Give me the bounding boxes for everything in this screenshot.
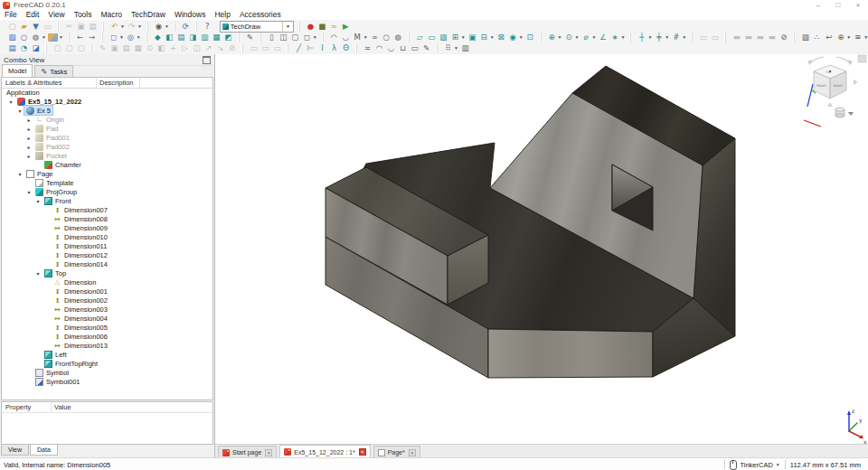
chevron-down-icon[interactable]: ▼ bbox=[119, 34, 124, 40]
tree-item-dimension001[interactable]: Dimension001 bbox=[2, 287, 212, 296]
tree-item-top[interactable]: ▾Top bbox=[2, 268, 212, 277]
navigation-style-selector[interactable]: TinkerCAD ▼ bbox=[730, 460, 779, 470]
chevron-down-icon[interactable]: ▼ bbox=[120, 24, 125, 29]
column-header-property[interactable]: Property bbox=[5, 403, 31, 411]
expand-arrow-icon[interactable]: ▸ bbox=[24, 153, 33, 159]
chevron-down-icon[interactable]: ▼ bbox=[313, 34, 317, 40]
pan-right-arrow-icon[interactable] bbox=[854, 80, 858, 85]
section-view-button[interactable]: ⊟▼ bbox=[479, 33, 495, 42]
tree-item-dimension008[interactable]: Dimension008 bbox=[2, 214, 212, 223]
copy-button[interactable]: ▣ bbox=[76, 22, 86, 32]
tree-item-application[interactable]: Application bbox=[2, 88, 212, 97]
doc-a-button[interactable]: ▭ bbox=[249, 43, 259, 53]
ext-hole-button[interactable]: #▼ bbox=[671, 33, 686, 42]
insert-template-button[interactable]: ▭ bbox=[427, 33, 437, 42]
redo-button[interactable]: ↷▼ bbox=[127, 22, 142, 32]
deco-c-button[interactable]: ◡ bbox=[386, 43, 396, 53]
scene-inspector-button[interactable]: ◍▼ bbox=[31, 33, 46, 42]
menu-techdraw[interactable]: TechDraw bbox=[127, 10, 170, 20]
refresh-button[interactable]: ⟳ bbox=[181, 22, 191, 32]
line-h-button[interactable]: ⊢ bbox=[306, 43, 316, 53]
ext-centerline-button[interactable]: ┼▼ bbox=[637, 33, 652, 42]
dim-angle-button[interactable]: ∠ bbox=[598, 33, 608, 42]
3d-model[interactable] bbox=[326, 66, 735, 378]
close-tab-icon[interactable]: × bbox=[359, 448, 366, 456]
column-divider[interactable] bbox=[139, 78, 140, 88]
navcube-menu-dropdown-icon[interactable] bbox=[848, 112, 854, 116]
tree-item-ex-5[interactable]: ▾Ex 5 bbox=[2, 106, 212, 115]
tree-item-pad001[interactable]: ▸Pad001 bbox=[2, 133, 212, 142]
draw-style-button[interactable]: ◧▼ bbox=[48, 33, 63, 42]
expand-arrow-icon[interactable]: ▾ bbox=[6, 99, 15, 105]
workbench-selector-dropdown[interactable]: TechDraw▼ bbox=[220, 21, 294, 33]
stop-macro-button[interactable]: ■ bbox=[317, 22, 327, 32]
chevron-down-icon[interactable]: ▼ bbox=[137, 34, 141, 40]
view-bottom-button[interactable]: ▦ bbox=[212, 33, 222, 42]
dim-radius-button[interactable]: ⊙▼ bbox=[564, 33, 580, 42]
tree-item-front[interactable]: ▾Front bbox=[2, 196, 212, 205]
chevron-down-icon[interactable]: ▼ bbox=[647, 34, 652, 40]
tree-item-dimension010[interactable]: Dimension010 bbox=[2, 232, 212, 241]
save-file-button[interactable]: ▼ bbox=[31, 22, 41, 32]
chevron-down-icon[interactable]: ▼ bbox=[846, 34, 851, 40]
line-stealth-button[interactable]: ╱ bbox=[294, 43, 304, 53]
view-isometric-button[interactable]: ◆ bbox=[153, 33, 163, 42]
chevron-down-icon[interactable]: ▼ bbox=[282, 22, 293, 32]
arrow-down-button[interactable]: ↘ bbox=[215, 43, 225, 53]
link-find-button[interactable]: ○ bbox=[382, 33, 392, 42]
workbench-swoosh-button[interactable]: ◔ bbox=[19, 43, 29, 53]
chevron-down-icon[interactable]: ▼ bbox=[665, 34, 669, 40]
chevron-down-icon[interactable]: ▼ bbox=[363, 34, 368, 40]
hide-frames-button[interactable]: ⊘ bbox=[778, 33, 788, 42]
dim-length-button[interactable]: ⊕▼ bbox=[547, 33, 562, 42]
tree-item-dimension007[interactable]: Dimension007 bbox=[2, 205, 212, 214]
tree-item-symbol001[interactable]: Symbol001 bbox=[2, 377, 212, 386]
grid-dots-button[interactable]: ⠿▼ bbox=[443, 43, 458, 53]
appearance-button[interactable]: ◍ bbox=[393, 33, 403, 42]
tab-view[interactable]: View bbox=[1, 445, 29, 456]
close-tab-icon[interactable]: × bbox=[265, 449, 272, 456]
deco-e-button[interactable]: ▭ bbox=[410, 43, 420, 53]
expand-arrow-icon[interactable]: ▸ bbox=[24, 126, 33, 132]
navigation-cube[interactable]: FRONT RIGHT TOP bbox=[804, 57, 858, 127]
play-macro-button[interactable]: ▶ bbox=[341, 22, 351, 32]
paste-button[interactable]: ▤ bbox=[88, 22, 98, 32]
chevron-down-icon[interactable]: ▼ bbox=[591, 34, 596, 40]
page-next-button[interactable]: ▭ bbox=[710, 33, 720, 42]
edit-macro-button[interactable]: ≈ bbox=[329, 22, 339, 32]
edit-params-button[interactable]: ✎ bbox=[98, 43, 108, 53]
whats-this-button[interactable]: ? bbox=[203, 22, 212, 32]
column-header-description[interactable]: Description bbox=[99, 79, 134, 87]
balloon-button[interactable]: ∗▼ bbox=[609, 33, 625, 42]
stack-2-button[interactable]: ▬ bbox=[743, 33, 753, 42]
tree-item-chamfer[interactable]: Chamfer bbox=[2, 160, 212, 169]
toggle-nodes-button[interactable]: ∴ bbox=[812, 33, 822, 42]
tree-item-pad002[interactable]: ▸Pad002 bbox=[2, 142, 212, 151]
menu-edit[interactable]: Edit bbox=[22, 10, 44, 20]
nav-back-button[interactable]: ← bbox=[75, 33, 85, 42]
tree-item-dimension003[interactable]: Dimension003 bbox=[2, 305, 212, 314]
complex-section-button[interactable]: ⊠ bbox=[496, 33, 506, 42]
doc-b-button[interactable]: ▭ bbox=[260, 43, 270, 53]
tree-item-left[interactable]: Left bbox=[2, 350, 212, 359]
tree-item-projgroup[interactable]: ▾ProjGroup bbox=[2, 187, 212, 196]
column-header-labels[interactable]: Labels & Attributes bbox=[5, 79, 62, 87]
chevron-down-icon[interactable]: ▼ bbox=[59, 34, 63, 40]
chevron-down-icon[interactable]: ▼ bbox=[863, 34, 868, 40]
menu-accessories[interactable]: Accessories bbox=[235, 10, 286, 20]
tree-item-dimension[interactable]: Dimension bbox=[2, 277, 212, 287]
tab-model[interactable]: Model bbox=[2, 64, 33, 77]
tree-item-ex5-15-12-2022[interactable]: ▾Ex5_15_12_2022 bbox=[2, 97, 212, 106]
tree-item-template[interactable]: Template bbox=[2, 178, 212, 187]
tree-item-dimension009[interactable]: Dimension009 bbox=[2, 223, 212, 232]
tree-item-dimension011[interactable]: Dimension011 bbox=[2, 241, 212, 250]
doc-c-button[interactable]: ▭ bbox=[272, 43, 282, 53]
view-left-button[interactable]: ◩ bbox=[223, 33, 233, 42]
macro-m-button[interactable]: M▼ bbox=[353, 33, 368, 42]
tree-item-dimension013[interactable]: Dimension013 bbox=[2, 341, 212, 350]
zoom-tool-button[interactable]: ○ bbox=[19, 33, 29, 42]
tree-item-page[interactable]: ▾Page bbox=[2, 169, 212, 178]
menu-macro[interactable]: Macro bbox=[96, 10, 127, 20]
window-tile-button[interactable]: ◫ bbox=[192, 43, 202, 53]
hatch-button[interactable]: ⊕▼ bbox=[835, 33, 851, 42]
